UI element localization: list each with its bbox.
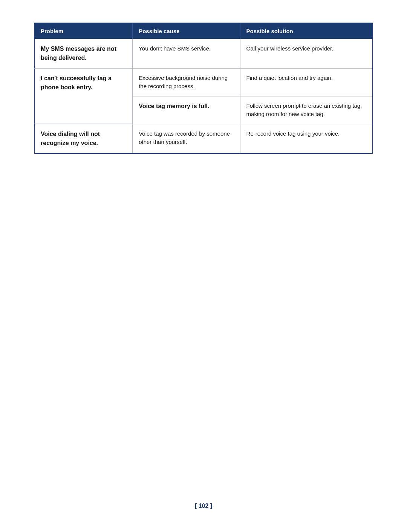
solution-cell-1-1: Follow screen prompt to erase an existin… xyxy=(240,96,373,124)
table-header-row: Problem Possible cause Possible solution xyxy=(34,23,373,39)
cause-cell-2-0: Voice tag was recorded by someone other … xyxy=(133,124,240,153)
solution-cell-0-0: Call your wireless service provider. xyxy=(240,39,373,69)
cause-cell-1-0: Excessive background noise during the re… xyxy=(133,68,240,96)
solution-cell-1-0: Find a quiet location and try again. xyxy=(240,68,373,96)
problem-cell-0: My SMS messages are not being delivered. xyxy=(34,39,133,69)
col-problem-header: Problem xyxy=(34,23,133,39)
page-container: Problem Possible cause Possible solution… xyxy=(34,23,373,154)
table-row: I can't successfully tag a phone book en… xyxy=(34,68,373,96)
cause-cell-0-0: You don't have SMS service. xyxy=(133,39,240,69)
problem-cell-1: I can't successfully tag a phone book en… xyxy=(34,68,133,124)
table-row: Voice dialing will not recognize my voic… xyxy=(34,124,373,153)
page-footer: [ 102 ] xyxy=(0,488,407,521)
troubleshoot-table: Problem Possible cause Possible solution… xyxy=(34,23,373,154)
col-solution-header: Possible solution xyxy=(240,23,373,39)
page-number: [ 102 ] xyxy=(195,503,212,509)
cause-cell-1-1: Voice tag memory is full. xyxy=(133,96,240,124)
solution-cell-2-0: Re-record voice tag using your voice. xyxy=(240,124,373,153)
problem-cell-2: Voice dialing will not recognize my voic… xyxy=(34,124,133,153)
col-cause-header: Possible cause xyxy=(133,23,240,39)
table-row: My SMS messages are not being delivered.… xyxy=(34,39,373,69)
